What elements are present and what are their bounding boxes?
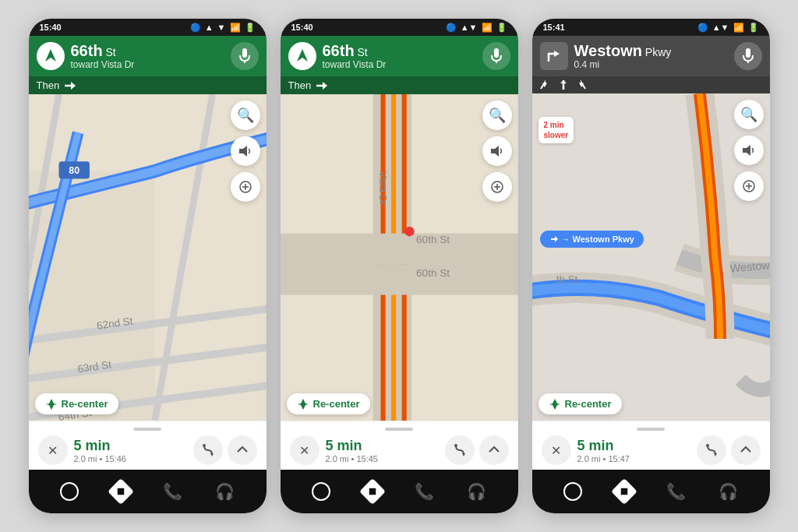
svg-marker-60 [743,145,750,156]
headphones-button-1[interactable]: 🎧 [215,482,235,501]
svg-marker-65 [714,453,717,456]
close-button-2[interactable]: ✕ [290,435,320,465]
status-bar-3: 15:41 🔵 ▲▼ 📶 🔋 [532,19,770,36]
nav-text-2: 66th St toward Vista Dr [323,42,476,70]
then-bar-2: Then [281,76,518,94]
svg-marker-3 [71,82,76,90]
close-button-1[interactable]: ✕ [38,435,68,465]
trip-info-1: 5 min 2.0 mi • 15:46 [74,438,187,463]
svg-marker-44 [298,399,309,410]
toward-label-1: toward Vista Dr [71,59,224,70]
svg-rect-1 [242,48,247,58]
svg-point-23 [203,444,206,447]
bottom-panel-2: ✕ 5 min 2.0 mi • 15:45 [281,421,518,470]
home-button-3[interactable] [563,482,582,501]
nav-text-1: 66th St toward Vista Dr [71,42,224,70]
svg-marker-24 [115,485,128,499]
home-button-1[interactable] [60,482,79,501]
svg-rect-49 [746,48,750,58]
svg-marker-53 [560,80,567,83]
drag-handle-2 [385,428,413,431]
svg-point-46 [454,444,457,447]
svg-point-66 [706,444,709,447]
drag-handle-1 [133,428,161,431]
recenter-button-1[interactable]: Re-center [35,393,119,414]
phone-button-1[interactable]: 📞 [163,482,182,501]
routes-button-3[interactable] [697,435,726,465]
svg-rect-5 [29,171,155,421]
mic-button-2[interactable] [482,42,510,70]
svg-point-36 [404,227,414,236]
svg-marker-17 [239,146,247,157]
svg-marker-40 [491,146,499,157]
expand-button-2[interactable] [479,435,509,465]
recenter-button-3[interactable]: Re-center [538,393,623,414]
street-name-1: 66th St [71,42,224,59]
traffic-badge-3: 2 minslower [538,117,574,143]
android-nav-1: 📞 🎧 [29,470,267,513]
svg-text:60th St: 60th St [416,267,450,279]
nav-header-3: Westown Pkwy 0.4 mi [532,36,770,76]
volume-button-2[interactable] [482,136,512,166]
status-bar-1: 15:40 🔵 ▲ ▼ 📶 🔋 [29,19,267,36]
svg-rect-26 [494,48,499,58]
search-button-3[interactable]: 🔍 [734,100,764,129]
status-icons-2: 🔵 ▲▼ 📶 🔋 [446,23,507,33]
bottom-btns-3 [697,435,761,465]
toward-label-3: 0.4 mi [574,59,728,70]
svg-marker-22 [210,453,214,456]
map-controls-3: 🔍 [734,100,764,201]
add-button-2[interactable] [482,172,512,202]
then-bar-1: Then [29,76,267,94]
expand-button-1[interactable] [228,435,257,465]
svg-rect-35 [281,264,518,294]
search-button-2[interactable]: 🔍 [482,100,512,130]
svg-text:60th St: 60th St [416,234,450,245]
recenter-button-2[interactable]: Re-center [287,393,371,414]
mic-button-3[interactable] [734,42,762,70]
mic-button-1[interactable] [231,42,259,70]
svg-text:th St: th St [556,273,577,285]
phone-button-3[interactable]: 📞 [666,482,686,501]
expand-button-3[interactable] [731,435,761,465]
routes-button-2[interactable] [445,435,475,465]
bottom-panel-3: ✕ 5 min 2.0 mi • 15:47 [532,421,770,470]
search-button-1[interactable]: 🔍 [231,100,260,130]
svg-marker-67 [618,485,631,499]
volume-button-1[interactable] [231,136,260,166]
add-button-3[interactable] [734,171,764,201]
svg-marker-64 [549,399,560,410]
home-button-2[interactable] [312,482,330,501]
close-button-3[interactable]: ✕ [542,435,571,465]
add-button-1[interactable] [231,172,260,202]
trip-time-3: 5 min [577,438,690,454]
phone-1: 15:40 🔵 ▲ ▼ 📶 🔋 66th St toward Vista Dr … [29,19,267,513]
phone-2: 15:40 🔵 ▲▼ 📶 🔋 66th St toward Vista Dr T… [281,19,518,513]
bottom-row-1: ✕ 5 min 2.0 mi • 15:46 [38,435,257,465]
headphones-button-2[interactable]: 🎧 [467,482,486,501]
direction-arrow-1 [37,42,65,70]
svg-text:80: 80 [69,165,79,176]
status-icons-1: 🔵 ▲ ▼ 📶 🔋 [190,23,256,33]
trip-time-1: 5 min [74,438,187,454]
trip-detail-3: 2.0 mi • 15:47 [577,454,690,463]
nav-header-2: 66th St toward Vista Dr [281,36,518,76]
turn-indicators-bar-3 [532,76,770,93]
bottom-row-3: ✕ 5 min 2.0 mi • 15:47 [542,435,761,465]
nav-header-1: 66th St toward Vista Dr [29,36,267,76]
phone-button-2[interactable]: 📞 [415,482,434,501]
direction-arrow-2 [288,42,316,70]
status-bar-2: 15:40 🔵 ▲▼ 📶 🔋 [281,19,518,36]
map-controls-2: 🔍 [482,100,512,202]
svg-marker-47 [366,485,380,499]
trip-detail-2: 2.0 mi • 15:45 [326,454,439,463]
map-area-2: 60th St 60th St Vista Dr 🔍 Re-center [281,94,518,421]
maps-button-3[interactable] [611,478,637,505]
volume-button-3[interactable] [734,136,764,165]
maps-button-2[interactable] [359,478,386,505]
headphones-button-3[interactable]: 🎧 [719,482,738,501]
routes-button-1[interactable] [193,435,223,465]
maps-button-1[interactable] [108,478,134,505]
svg-text:Vista Dr: Vista Dr [377,171,388,206]
nav-text-3: Westown Pkwy 0.4 mi [574,42,728,70]
